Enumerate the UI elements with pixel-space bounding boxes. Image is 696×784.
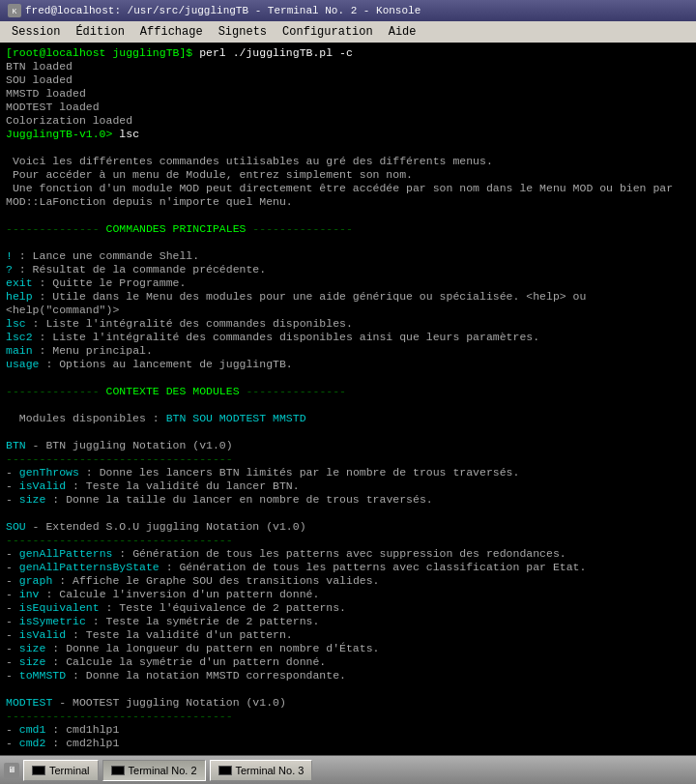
terminal-blank7 bbox=[6, 507, 690, 520]
terminal-sou-size: - size : Donne la longueur du pattern en… bbox=[6, 642, 690, 655]
terminal-sou-size2: - size : Calcule la symétrie d'un patter… bbox=[6, 655, 690, 669]
title-bar-left: K fred@localhost: /usr/src/jugglingTB - … bbox=[8, 4, 420, 17]
terminal-line-color: Colorization loaded bbox=[6, 114, 690, 128]
taskbar-system-icon: 🖥 bbox=[4, 763, 19, 778]
terminal-sou-isEquivalent: - isEquivalent : Teste l'équivalence de … bbox=[6, 601, 690, 615]
terminal-modtest-cmd2: - cmd2 : cmd2hlp1 bbox=[6, 737, 690, 750]
menu-affichage[interactable]: Affichage bbox=[132, 23, 211, 41]
terminal-sou-graph: - graph : Affiche le Graphe SOU des tran… bbox=[6, 574, 690, 588]
terminal-line-btn: BTN loaded bbox=[6, 60, 690, 73]
terminal-intro2: Pour accéder à un menu de Module, entrez… bbox=[6, 168, 690, 182]
terminal-line-sou: SOU loaded bbox=[6, 73, 690, 87]
menu-aide[interactable]: Aide bbox=[381, 23, 424, 41]
terminal-intro3: Une fonction d'un module MOD peut direct… bbox=[6, 182, 690, 209]
menu-session[interactable]: Session bbox=[4, 23, 68, 41]
terminal-icon-3 bbox=[218, 766, 232, 775]
terminal-sou-inv: - inv : Calcule l'inversion d'un pattern… bbox=[6, 588, 690, 601]
terminal-modtest-sep: ---------------------------------- bbox=[6, 710, 690, 723]
terminal-cmd-q: ? : Résultat de la commande précédente. bbox=[6, 263, 690, 276]
terminal-cmd-bang: ! : Lance une commande Shell. bbox=[6, 249, 690, 263]
taskbar-button-terminal3-label: Terminal No. 3 bbox=[236, 765, 304, 776]
menu-configuration[interactable]: Configuration bbox=[275, 23, 381, 41]
terminal-blank4 bbox=[6, 371, 690, 385]
terminal-blank2 bbox=[6, 209, 690, 222]
title-bar: K fred@localhost: /usr/src/jugglingTB - … bbox=[0, 0, 696, 21]
terminal[interactable]: [root@localhost jugglingTB]$ perl ./jugg… bbox=[0, 43, 696, 755]
terminal-sou-isValid: - isValid : Teste la validité d'un patte… bbox=[6, 628, 690, 642]
taskbar-button-terminal2[interactable]: Terminal No. 2 bbox=[102, 760, 206, 781]
title-bar-text: fred@localhost: /usr/src/jugglingTB - Te… bbox=[25, 5, 420, 16]
terminal-btn-header: BTN - BTN juggling Notation (v1.0) bbox=[6, 439, 690, 452]
terminal-modtest-cmd1: - cmd1 : cmd1hlp1 bbox=[6, 723, 690, 737]
terminal-cmd-usage: usage : Options au lancement de juggling… bbox=[6, 358, 690, 371]
taskbar-button-terminal2-label: Terminal No. 2 bbox=[129, 765, 197, 776]
taskbar-button-terminal1-label: Terminal bbox=[49, 765, 90, 776]
terminal-blank3 bbox=[6, 236, 690, 249]
terminal-line-prompt: [root@localhost jugglingTB]$ perl ./jugg… bbox=[6, 46, 690, 60]
terminal-icon bbox=[32, 766, 45, 775]
terminal-line-mmstd: MMSTD loaded bbox=[6, 87, 690, 101]
terminal-sou-sep: ---------------------------------- bbox=[6, 534, 690, 547]
terminal-btn-genThrows: - genThrows : Donne les lancers BTN limi… bbox=[6, 466, 690, 479]
terminal-intro1: Voici les différentes commandes utilisab… bbox=[6, 155, 690, 168]
terminal-cmd-help: help : Utile dans le Menu des modules po… bbox=[6, 290, 690, 317]
terminal-sou-isSymetric: - isSymetric : Teste la symétrie de 2 pa… bbox=[6, 615, 690, 628]
terminal-line-modtest: MODTEST loaded bbox=[6, 101, 690, 114]
terminal-blank5 bbox=[6, 398, 690, 412]
menu-signets[interactable]: Signets bbox=[211, 23, 275, 41]
terminal-blank6 bbox=[6, 425, 690, 439]
menu-bar: Session Édition Affichage Signets Config… bbox=[0, 21, 696, 43]
terminal-icon-2 bbox=[111, 766, 125, 775]
terminal-btn-sep: ---------------------------------- bbox=[6, 452, 690, 466]
terminal-sou-genAllPatterns: - genAllPatterns : Génération de tous le… bbox=[6, 547, 690, 561]
taskbar-button-terminal1[interactable]: Terminal bbox=[23, 760, 99, 781]
terminal-cmd-main: main : Menu principal. bbox=[6, 344, 690, 358]
menu-edition[interactable]: Édition bbox=[68, 23, 131, 41]
terminal-btn-size: - size : Donne la taille du lancer en no… bbox=[6, 493, 690, 507]
terminal-prompt2: JugglingTB-v1.0> lsc bbox=[6, 128, 690, 141]
terminal-sou-toMMSTD: - toMMSTD : Donne la notation MMSTD corr… bbox=[6, 669, 690, 682]
terminal-cmd-lsc: lsc : Liste l'intégralité des commandes … bbox=[6, 317, 690, 331]
taskbar-button-terminal3[interactable]: Terminal No. 3 bbox=[210, 760, 313, 781]
terminal-blank1 bbox=[6, 141, 690, 155]
taskbar: 🖥 Terminal Terminal No. 2 Terminal No. 3 bbox=[0, 755, 696, 784]
title-bar-icon: K bbox=[8, 4, 21, 17]
terminal-modules-available: Modules disponibles : BTN SOU MODTEST MM… bbox=[6, 412, 690, 425]
terminal-sou-genAllPatternsByState: - genAllPatternsByState : Génération de … bbox=[6, 561, 690, 574]
terminal-separator2: -------------- CONTEXTE DES MODULES ----… bbox=[6, 385, 690, 398]
terminal-separator1: -------------- COMMANDES PRINCIPALES ---… bbox=[6, 222, 690, 236]
terminal-sou-header: SOU - Extended S.O.U juggling Notation (… bbox=[6, 520, 690, 534]
terminal-btn-isValid: - isValid : Teste la validité du lancer … bbox=[6, 479, 690, 493]
terminal-blank8 bbox=[6, 682, 690, 696]
terminal-modtest-header: MODTEST - MOOTEST juggling Notation (v1.… bbox=[6, 696, 690, 710]
terminal-cmd-exit: exit : Quitte le Programme. bbox=[6, 276, 690, 290]
terminal-cmd-lsc2: lsc2 : Liste l'intégralité des commandes… bbox=[6, 331, 690, 344]
